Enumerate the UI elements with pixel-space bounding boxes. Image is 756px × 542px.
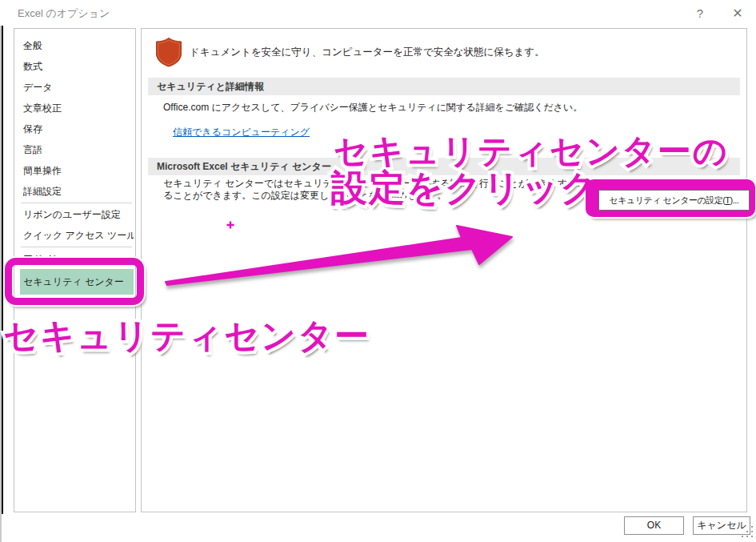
resize-grip-dot[interactable] bbox=[751, 526, 753, 528]
sidebar-item-trust-center[interactable]: セキュリティ センター bbox=[20, 269, 134, 295]
resize-grip-dot[interactable] bbox=[751, 531, 753, 532]
sidebar-divider bbox=[21, 247, 132, 247]
section-header-excel-trust-center: Microsoft Excel セキュリティ センター bbox=[148, 158, 740, 175]
title-bar: Excel のオプション ? ✕ bbox=[0, 0, 756, 26]
cancel-button[interactable]: キャンセル bbox=[693, 516, 750, 535]
dialog-right-border bbox=[0, 0, 2, 542]
options-sidebar: 全般 数式 データ 文章校正 保存 言語 簡単操作 詳細設定 リボンのユーザー設… bbox=[14, 28, 136, 512]
security-shield-icon bbox=[154, 37, 183, 67]
trust-center-description-line2: ることができます。この設定は変更しないことをお勧めします。 bbox=[163, 190, 602, 202]
trustworthy-computing-link[interactable]: 信頼できるコンピューティング bbox=[173, 126, 310, 139]
trust-center-settings-label: セキュリティ センターの設定( bbox=[610, 195, 726, 205]
sidebar-item-advanced[interactable]: 詳細設定 bbox=[20, 181, 134, 202]
sidebar-item-accessibility[interactable]: 簡単操作 bbox=[20, 160, 134, 181]
options-main-panel: ドキュメントを安全に守り、コンピューターを正常で安全な状態に保ちます。 セキュリ… bbox=[141, 28, 747, 512]
close-icon[interactable]: ✕ bbox=[726, 3, 749, 24]
resize-grip-dot[interactable] bbox=[742, 536, 743, 537]
resize-grip-dot[interactable] bbox=[746, 531, 748, 532]
ok-button[interactable]: OK bbox=[624, 516, 684, 535]
sidebar-item-customize-ribbon[interactable]: リボンのユーザー設定 bbox=[20, 204, 134, 225]
sidebar-item-formulas[interactable]: 数式 bbox=[20, 56, 134, 77]
help-icon[interactable]: ? bbox=[690, 4, 710, 23]
resize-grip-dot[interactable] bbox=[746, 536, 748, 537]
sidebar-item-proofing[interactable]: 文章校正 bbox=[20, 98, 134, 118]
sidebar-item-quick-access-toolbar[interactable]: クイック アクセス ツール バー bbox=[20, 225, 134, 246]
dialog-title: Excel のオプション bbox=[18, 6, 110, 21]
sidebar-item-save[interactable]: 保存 bbox=[20, 118, 134, 139]
sidebar-divider bbox=[21, 203, 132, 203]
trust-center-description-line1: セキュリティ センターではセキュリティとプライバシーに関する設定を行うことができ… bbox=[163, 178, 602, 190]
office-com-text: Office.com にアクセスして、プライバシー保護とセキュリティに関する詳細… bbox=[163, 101, 582, 114]
section-header-security-info: セキュリティと詳細情報 bbox=[148, 78, 740, 95]
sidebar-item-addins[interactable]: アドイン bbox=[20, 248, 134, 269]
resize-grip-dot[interactable] bbox=[751, 536, 753, 537]
sidebar-item-general[interactable]: 全般 bbox=[20, 35, 134, 56]
trust-intro-text: ドキュメントを安全に守り、コンピューターを正常で安全な状態に保ちます。 bbox=[190, 46, 545, 59]
trust-center-description: セキュリティ センターではセキュリティとプライバシーに関する設定を行うことができ… bbox=[163, 178, 602, 202]
trust-center-settings-ellipsis: )... bbox=[730, 195, 739, 205]
sidebar-item-language[interactable]: 言語 bbox=[20, 139, 134, 160]
sidebar-item-data[interactable]: データ bbox=[20, 77, 134, 98]
trust-center-settings-button[interactable]: セキュリティ センターの設定(T)... bbox=[598, 190, 750, 211]
